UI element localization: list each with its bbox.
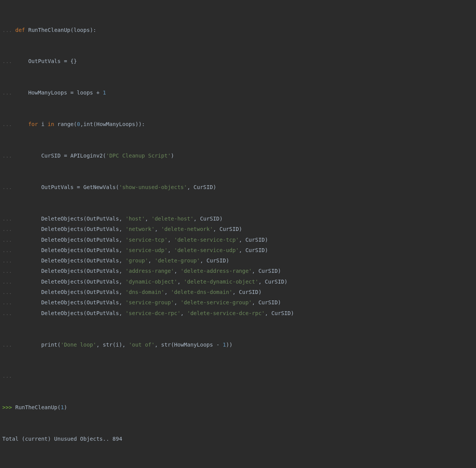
code-line: ... def RunTheCleanUp(loops): xyxy=(2,25,474,35)
code-line: ... print('Done loop', str(i), 'out of',… xyxy=(2,340,474,350)
python-repl[interactable]: ... def RunTheCleanUp(loops): ... OutPut… xyxy=(0,0,476,468)
code-line: ... DeleteObjects(OutPutVals, 'network',… xyxy=(2,224,474,234)
code-line: ... HowManyLoops = loops + 1 xyxy=(2,88,474,98)
code-line: ... DeleteObjects(OutPutVals, 'service-u… xyxy=(2,245,474,256)
code-line: ... DeleteObjects(OutPutVals, 'dns-domai… xyxy=(2,287,474,297)
code-line: ... DeleteObjects(OutPutVals, 'group', '… xyxy=(2,256,474,266)
code-line: ... OutPutVals = {} xyxy=(2,56,474,66)
output-working-set: Working on set.. 0 xyxy=(2,465,474,468)
prompt-continuation: ... xyxy=(2,27,15,33)
code-line: ... DeleteObjects(OutPutVals, 'host', 'd… xyxy=(2,214,474,224)
output-total: Total (current) Unusued Objects.. 894 xyxy=(2,434,474,444)
param-loops: loops xyxy=(73,27,90,33)
code-line: ... for i in range(0,int(HowManyLoops)): xyxy=(2,119,474,129)
code-line: ... DeleteObjects(OutPutVals, 'address-r… xyxy=(2,266,474,276)
code-line: ... DeleteObjects(OutPutVals, 'service-t… xyxy=(2,235,474,245)
code-line: ... CurSID = APILoginv2('DPC Cleanup Scr… xyxy=(2,151,474,161)
prompt-new: >>> xyxy=(2,404,15,410)
function-name: RunTheCleanUp xyxy=(28,27,70,33)
code-line: ... DeleteObjects(OutPutVals, 'service-g… xyxy=(2,297,474,308)
code-line-blank: ... xyxy=(2,371,474,381)
code-line: ... DeleteObjects(OutPutVals, 'service-d… xyxy=(2,308,474,319)
run-line: >>> RunTheCleanUp(1) xyxy=(2,402,474,413)
code-line: ... DeleteObjects(OutPutVals, 'dynamic-o… xyxy=(2,277,474,287)
code-line: ... OutPutVals = GetNewVals('show-unused… xyxy=(2,182,474,193)
keyword-def: def xyxy=(15,27,25,33)
